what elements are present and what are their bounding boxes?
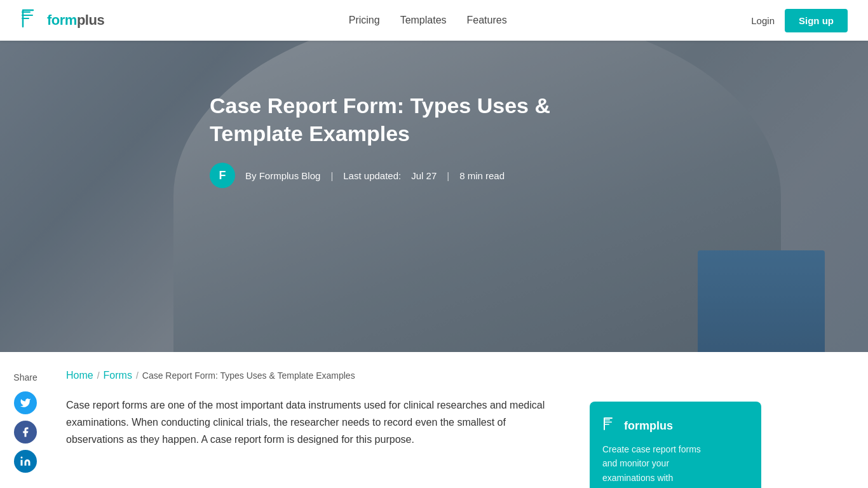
meta-sep2: |: [447, 170, 449, 181]
main-nav: Pricing Templates Features: [349, 15, 507, 26]
signup-button[interactable]: Sign up: [785, 9, 848, 32]
facebook-share-button[interactable]: [14, 421, 37, 444]
share-sidebar: Share: [0, 370, 51, 488]
nav-pricing[interactable]: Pricing: [349, 15, 380, 26]
hero-meta: F By Formplus Blog | Last updated: Jul 2…: [210, 163, 610, 188]
svg-point-3: [21, 457, 23, 459]
last-updated-value: Jul 27: [411, 170, 437, 181]
nav-features[interactable]: Features: [467, 15, 507, 26]
meta-sep1: |: [330, 170, 333, 181]
twitter-icon: [20, 397, 31, 409]
logo[interactable]: formplus: [20, 9, 104, 32]
author-avatar: F: [210, 163, 235, 188]
read-time: 8 min read: [459, 170, 505, 181]
twitter-share-button[interactable]: [14, 391, 37, 414]
main-content: Home / Forms / Case Report Form: Types U…: [51, 370, 572, 488]
widget-logo-text: formplus: [624, 419, 673, 433]
site-header: formplus Pricing Templates Features Logi…: [0, 0, 868, 41]
hero-content: Case Report Form: Types Uses & Template …: [0, 41, 610, 188]
share-label: Share: [13, 372, 37, 383]
linkedin-share-button[interactable]: [14, 450, 37, 473]
breadcrumb: Home / Forms / Case Report Form: Types U…: [66, 370, 557, 381]
linkedin-icon: [20, 456, 31, 467]
header-actions: Login Sign up: [751, 9, 848, 32]
nav-templates[interactable]: Templates: [400, 15, 447, 26]
widget-description: Create case report forms and monitor you…: [602, 442, 710, 488]
sidebar-widget: formplus Create case report forms and mo…: [590, 402, 761, 488]
breadcrumb-forms[interactable]: Forms: [104, 370, 132, 381]
breadcrumb-sep1: /: [97, 370, 100, 381]
widget-logo-icon: [602, 417, 620, 435]
last-updated-label: Last updated:: [343, 170, 401, 181]
hero-section: Case Report Form: Types Uses & Template …: [0, 41, 868, 352]
logo-icon: [20, 9, 43, 32]
widget-card: formplus Create case report forms and mo…: [590, 402, 761, 488]
breadcrumb-home[interactable]: Home: [66, 370, 93, 381]
login-button[interactable]: Login: [751, 15, 775, 26]
article-intro-1: Case report forms are one of the most im…: [66, 396, 557, 449]
content-area: Share Home / Forms / Case Report Form: T…: [0, 352, 868, 488]
breadcrumb-sep2: /: [136, 370, 139, 381]
facebook-icon: [20, 426, 31, 438]
widget-logo: formplus: [602, 417, 749, 435]
hero-title: Case Report Form: Types Uses & Template …: [210, 92, 604, 147]
logo-text: formplus: [47, 12, 104, 29]
breadcrumb-current: Case Report Form: Types Uses & Template …: [142, 370, 355, 381]
author-name: By Formplus Blog: [245, 170, 320, 181]
